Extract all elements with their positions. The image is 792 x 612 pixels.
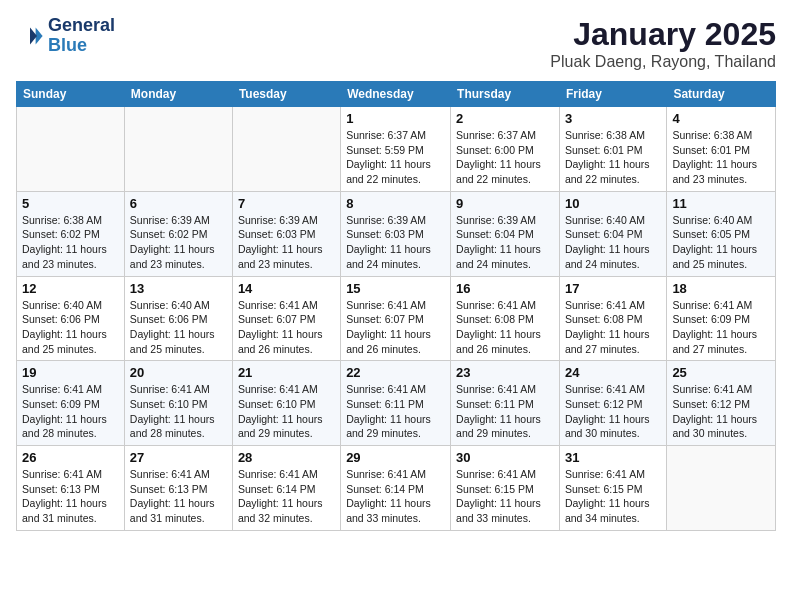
day-number: 6 <box>130 196 227 211</box>
day-info: Sunrise: 6:40 AM Sunset: 6:06 PM Dayligh… <box>22 298 119 357</box>
day-number: 3 <box>565 111 661 126</box>
day-number: 24 <box>565 365 661 380</box>
weekday-header-wednesday: Wednesday <box>341 82 451 107</box>
calendar-cell: 12Sunrise: 6:40 AM Sunset: 6:06 PM Dayli… <box>17 276 125 361</box>
calendar-cell <box>232 107 340 192</box>
day-info: Sunrise: 6:41 AM Sunset: 6:09 PM Dayligh… <box>22 382 119 441</box>
weekday-header-monday: Monday <box>124 82 232 107</box>
calendar-week-4: 19Sunrise: 6:41 AM Sunset: 6:09 PM Dayli… <box>17 361 776 446</box>
day-number: 17 <box>565 281 661 296</box>
calendar-cell: 5Sunrise: 6:38 AM Sunset: 6:02 PM Daylig… <box>17 191 125 276</box>
calendar-cell: 3Sunrise: 6:38 AM Sunset: 6:01 PM Daylig… <box>559 107 666 192</box>
calendar-cell: 2Sunrise: 6:37 AM Sunset: 6:00 PM Daylig… <box>451 107 560 192</box>
day-info: Sunrise: 6:38 AM Sunset: 6:02 PM Dayligh… <box>22 213 119 272</box>
calendar-cell: 18Sunrise: 6:41 AM Sunset: 6:09 PM Dayli… <box>667 276 776 361</box>
logo: General Blue <box>16 16 115 56</box>
weekday-header-row: SundayMondayTuesdayWednesdayThursdayFrid… <box>17 82 776 107</box>
weekday-header-sunday: Sunday <box>17 82 125 107</box>
calendar-cell: 24Sunrise: 6:41 AM Sunset: 6:12 PM Dayli… <box>559 361 666 446</box>
day-number: 28 <box>238 450 335 465</box>
calendar-cell: 1Sunrise: 6:37 AM Sunset: 5:59 PM Daylig… <box>341 107 451 192</box>
calendar-cell: 8Sunrise: 6:39 AM Sunset: 6:03 PM Daylig… <box>341 191 451 276</box>
day-info: Sunrise: 6:41 AM Sunset: 6:12 PM Dayligh… <box>565 382 661 441</box>
day-info: Sunrise: 6:41 AM Sunset: 6:15 PM Dayligh… <box>565 467 661 526</box>
day-number: 15 <box>346 281 445 296</box>
calendar-week-1: 1Sunrise: 6:37 AM Sunset: 5:59 PM Daylig… <box>17 107 776 192</box>
day-number: 5 <box>22 196 119 211</box>
calendar-cell: 25Sunrise: 6:41 AM Sunset: 6:12 PM Dayli… <box>667 361 776 446</box>
calendar-cell <box>667 446 776 531</box>
calendar-week-3: 12Sunrise: 6:40 AM Sunset: 6:06 PM Dayli… <box>17 276 776 361</box>
day-number: 27 <box>130 450 227 465</box>
day-info: Sunrise: 6:41 AM Sunset: 6:10 PM Dayligh… <box>130 382 227 441</box>
calendar-cell: 6Sunrise: 6:39 AM Sunset: 6:02 PM Daylig… <box>124 191 232 276</box>
calendar-cell: 4Sunrise: 6:38 AM Sunset: 6:01 PM Daylig… <box>667 107 776 192</box>
day-info: Sunrise: 6:38 AM Sunset: 6:01 PM Dayligh… <box>672 128 770 187</box>
calendar-cell: 22Sunrise: 6:41 AM Sunset: 6:11 PM Dayli… <box>341 361 451 446</box>
day-info: Sunrise: 6:37 AM Sunset: 5:59 PM Dayligh… <box>346 128 445 187</box>
calendar-cell: 10Sunrise: 6:40 AM Sunset: 6:04 PM Dayli… <box>559 191 666 276</box>
calendar-cell: 7Sunrise: 6:39 AM Sunset: 6:03 PM Daylig… <box>232 191 340 276</box>
day-number: 4 <box>672 111 770 126</box>
page-header: General Blue January 2025 Pluak Daeng, R… <box>16 16 776 71</box>
day-info: Sunrise: 6:41 AM Sunset: 6:13 PM Dayligh… <box>130 467 227 526</box>
day-info: Sunrise: 6:41 AM Sunset: 6:15 PM Dayligh… <box>456 467 554 526</box>
logo-icon <box>16 22 44 50</box>
logo-text: General Blue <box>48 16 115 56</box>
day-info: Sunrise: 6:41 AM Sunset: 6:07 PM Dayligh… <box>238 298 335 357</box>
day-number: 2 <box>456 111 554 126</box>
calendar-cell: 11Sunrise: 6:40 AM Sunset: 6:05 PM Dayli… <box>667 191 776 276</box>
calendar-cell: 23Sunrise: 6:41 AM Sunset: 6:11 PM Dayli… <box>451 361 560 446</box>
day-info: Sunrise: 6:40 AM Sunset: 6:06 PM Dayligh… <box>130 298 227 357</box>
location-title: Pluak Daeng, Rayong, Thailand <box>550 53 776 71</box>
calendar-cell: 20Sunrise: 6:41 AM Sunset: 6:10 PM Dayli… <box>124 361 232 446</box>
calendar-cell: 30Sunrise: 6:41 AM Sunset: 6:15 PM Dayli… <box>451 446 560 531</box>
weekday-header-thursday: Thursday <box>451 82 560 107</box>
day-number: 11 <box>672 196 770 211</box>
calendar-cell: 19Sunrise: 6:41 AM Sunset: 6:09 PM Dayli… <box>17 361 125 446</box>
calendar-cell: 31Sunrise: 6:41 AM Sunset: 6:15 PM Dayli… <box>559 446 666 531</box>
calendar-cell <box>17 107 125 192</box>
day-info: Sunrise: 6:41 AM Sunset: 6:08 PM Dayligh… <box>565 298 661 357</box>
calendar-cell: 21Sunrise: 6:41 AM Sunset: 6:10 PM Dayli… <box>232 361 340 446</box>
weekday-header-friday: Friday <box>559 82 666 107</box>
day-number: 20 <box>130 365 227 380</box>
day-number: 25 <box>672 365 770 380</box>
calendar-cell: 14Sunrise: 6:41 AM Sunset: 6:07 PM Dayli… <box>232 276 340 361</box>
day-number: 31 <box>565 450 661 465</box>
day-info: Sunrise: 6:39 AM Sunset: 6:04 PM Dayligh… <box>456 213 554 272</box>
day-number: 9 <box>456 196 554 211</box>
calendar-cell: 29Sunrise: 6:41 AM Sunset: 6:14 PM Dayli… <box>341 446 451 531</box>
day-info: Sunrise: 6:39 AM Sunset: 6:03 PM Dayligh… <box>346 213 445 272</box>
calendar-cell: 13Sunrise: 6:40 AM Sunset: 6:06 PM Dayli… <box>124 276 232 361</box>
calendar-body: 1Sunrise: 6:37 AM Sunset: 5:59 PM Daylig… <box>17 107 776 531</box>
day-number: 21 <box>238 365 335 380</box>
day-info: Sunrise: 6:41 AM Sunset: 6:10 PM Dayligh… <box>238 382 335 441</box>
day-info: Sunrise: 6:37 AM Sunset: 6:00 PM Dayligh… <box>456 128 554 187</box>
calendar-cell: 9Sunrise: 6:39 AM Sunset: 6:04 PM Daylig… <box>451 191 560 276</box>
day-number: 22 <box>346 365 445 380</box>
day-number: 23 <box>456 365 554 380</box>
calendar-cell: 16Sunrise: 6:41 AM Sunset: 6:08 PM Dayli… <box>451 276 560 361</box>
day-number: 26 <box>22 450 119 465</box>
day-info: Sunrise: 6:41 AM Sunset: 6:07 PM Dayligh… <box>346 298 445 357</box>
day-info: Sunrise: 6:41 AM Sunset: 6:12 PM Dayligh… <box>672 382 770 441</box>
day-info: Sunrise: 6:41 AM Sunset: 6:14 PM Dayligh… <box>346 467 445 526</box>
weekday-header-tuesday: Tuesday <box>232 82 340 107</box>
title-block: January 2025 Pluak Daeng, Rayong, Thaila… <box>550 16 776 71</box>
calendar-cell: 28Sunrise: 6:41 AM Sunset: 6:14 PM Dayli… <box>232 446 340 531</box>
day-number: 8 <box>346 196 445 211</box>
day-number: 13 <box>130 281 227 296</box>
day-number: 18 <box>672 281 770 296</box>
day-info: Sunrise: 6:39 AM Sunset: 6:02 PM Dayligh… <box>130 213 227 272</box>
day-info: Sunrise: 6:41 AM Sunset: 6:11 PM Dayligh… <box>456 382 554 441</box>
day-number: 16 <box>456 281 554 296</box>
day-info: Sunrise: 6:41 AM Sunset: 6:11 PM Dayligh… <box>346 382 445 441</box>
day-info: Sunrise: 6:40 AM Sunset: 6:04 PM Dayligh… <box>565 213 661 272</box>
day-info: Sunrise: 6:41 AM Sunset: 6:13 PM Dayligh… <box>22 467 119 526</box>
calendar-table: SundayMondayTuesdayWednesdayThursdayFrid… <box>16 81 776 531</box>
day-number: 30 <box>456 450 554 465</box>
calendar-cell: 17Sunrise: 6:41 AM Sunset: 6:08 PM Dayli… <box>559 276 666 361</box>
day-info: Sunrise: 6:38 AM Sunset: 6:01 PM Dayligh… <box>565 128 661 187</box>
day-number: 29 <box>346 450 445 465</box>
